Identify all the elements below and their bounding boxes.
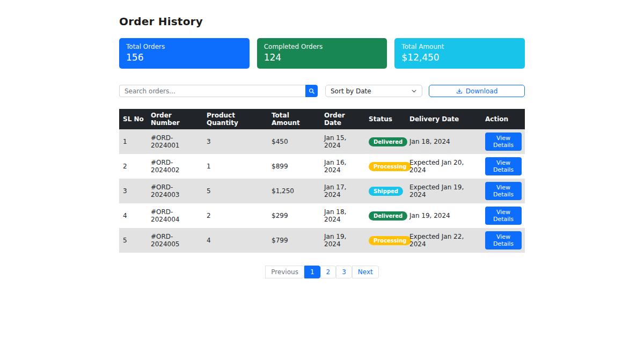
cell-delivery-date: Jan 18, 2024 <box>406 129 482 154</box>
view-details-button[interactable]: View Details <box>485 157 522 175</box>
cell-order-date: Jan 16, 2024 <box>321 154 365 179</box>
stat-value: $12,450 <box>401 52 518 63</box>
page-item-next[interactable]: Next <box>352 266 379 278</box>
order-history-page: Order History Total Orders 156 Completed… <box>119 0 525 278</box>
cell-product-quantity: 2 <box>203 203 268 228</box>
search-group <box>119 85 318 97</box>
cell-order-number: #ORD-2024002 <box>148 154 203 179</box>
cell-sl-no: 5 <box>119 228 148 253</box>
pagination-wrap: Previous123Next <box>119 266 525 278</box>
cell-order-number: #ORD-2024003 <box>148 179 203 203</box>
table-row: 3 #ORD-2024003 5 $1,250 Jan 17, 2024 Shi… <box>119 179 525 203</box>
cell-delivery-date: Expected Jan 22, 2024 <box>406 228 482 253</box>
page-item-3[interactable]: 3 <box>336 266 352 278</box>
stat-card-total-orders: Total Orders 156 <box>119 38 250 69</box>
stat-value: 156 <box>126 52 243 63</box>
cell-sl-no: 4 <box>119 203 148 228</box>
download-label: Download <box>466 87 498 95</box>
cell-order-number: #ORD-2024005 <box>148 228 203 253</box>
cell-action: View Details <box>482 154 525 179</box>
col-header-total-amount: Total Amount <box>268 109 321 129</box>
status-badge: Processing <box>369 236 411 245</box>
cell-product-quantity: 3 <box>203 129 268 154</box>
cell-delivery-date: Expected Jan 20, 2024 <box>406 154 482 179</box>
cell-total-amount: $899 <box>268 154 321 179</box>
cell-order-date: Jan 18, 2024 <box>321 203 365 228</box>
cell-status: Shipped <box>365 179 406 203</box>
table-row: 4 #ORD-2024004 2 $299 Jan 18, 2024 Deliv… <box>119 203 525 228</box>
search-input[interactable] <box>119 85 305 97</box>
table-row: 5 #ORD-2024005 4 $799 Jan 19, 2024 Proce… <box>119 228 525 253</box>
table-header: SL No Order Number Product Quantity Tota… <box>119 109 525 129</box>
page-item-previous: Previous <box>265 266 304 278</box>
download-button[interactable]: Download <box>429 85 525 97</box>
status-badge: Delivered <box>369 137 407 146</box>
cell-total-amount: $450 <box>268 129 321 154</box>
cell-order-number: #ORD-2024001 <box>148 129 203 154</box>
view-details-button[interactable]: View Details <box>485 207 522 225</box>
col-header-order-date: Order Date <box>321 109 365 129</box>
cell-total-amount: $799 <box>268 228 321 253</box>
cell-order-date: Jan 19, 2024 <box>321 228 365 253</box>
col-header-order-number: Order Number <box>148 109 203 129</box>
cell-product-quantity: 4 <box>203 228 268 253</box>
search-button[interactable] <box>305 85 318 97</box>
cell-order-date: Jan 15, 2024 <box>321 129 365 154</box>
cell-status: Delivered <box>365 203 406 228</box>
controls-row: Sort by Date Download <box>119 85 525 97</box>
stat-card-total-amount: Total Amount $12,450 <box>394 38 525 69</box>
cell-product-quantity: 1 <box>203 154 268 179</box>
cell-order-number: #ORD-2024004 <box>148 203 203 228</box>
stat-value: 124 <box>264 52 380 63</box>
cell-product-quantity: 5 <box>203 179 268 203</box>
col-header-delivery-date: Delivery Date <box>406 109 482 129</box>
cell-action: View Details <box>482 228 525 253</box>
page-item-2[interactable]: 2 <box>320 266 336 278</box>
status-badge: Processing <box>369 162 411 171</box>
table-body: 1 #ORD-2024001 3 $450 Jan 15, 2024 Deliv… <box>119 129 525 253</box>
page-item-1[interactable]: 1 <box>304 266 320 278</box>
stats-row: Total Orders 156 Completed Orders 124 To… <box>119 38 525 69</box>
sort-select-value: Sort by Date <box>331 87 371 95</box>
search-icon <box>309 88 315 94</box>
download-icon <box>456 88 463 94</box>
status-badge: Delivered <box>369 211 407 221</box>
stat-label: Total Orders <box>126 43 243 50</box>
table-row: 1 #ORD-2024001 3 $450 Jan 15, 2024 Deliv… <box>119 129 525 154</box>
stat-card-completed-orders: Completed Orders 124 <box>257 38 387 69</box>
page-title: Order History <box>119 15 525 28</box>
view-details-button[interactable]: View Details <box>485 133 522 151</box>
cell-sl-no: 3 <box>119 179 148 203</box>
cell-order-date: Jan 17, 2024 <box>321 179 365 203</box>
cell-total-amount: $1,250 <box>268 179 321 203</box>
cell-status: Delivered <box>365 129 406 154</box>
pagination: Previous123Next <box>265 266 379 278</box>
col-header-action: Action <box>482 109 525 129</box>
cell-action: View Details <box>482 179 525 203</box>
cell-delivery-date: Expected Jan 19, 2024 <box>406 179 482 203</box>
table-row: 2 #ORD-2024002 1 $899 Jan 16, 2024 Proce… <box>119 154 525 179</box>
cell-status: Processing <box>365 228 406 253</box>
col-header-sl-no: SL No <box>119 109 148 129</box>
sort-select[interactable]: Sort by Date <box>325 85 422 97</box>
cell-delivery-date: Jan 19, 2024 <box>406 203 482 228</box>
col-header-product-quantity: Product Quantity <box>203 109 268 129</box>
cell-status: Processing <box>365 154 406 179</box>
cell-sl-no: 2 <box>119 154 148 179</box>
view-details-button[interactable]: View Details <box>485 182 522 200</box>
cell-sl-no: 1 <box>119 129 148 154</box>
status-badge: Shipped <box>369 187 403 196</box>
stat-label: Total Amount <box>401 43 518 50</box>
cell-action: View Details <box>482 203 525 228</box>
orders-table: SL No Order Number Product Quantity Tota… <box>119 109 525 253</box>
cell-action: View Details <box>482 129 525 154</box>
chevron-down-icon <box>411 88 417 94</box>
stat-label: Completed Orders <box>264 43 380 50</box>
cell-total-amount: $299 <box>268 203 321 228</box>
view-details-button[interactable]: View Details <box>485 231 522 249</box>
col-header-status: Status <box>365 109 406 129</box>
